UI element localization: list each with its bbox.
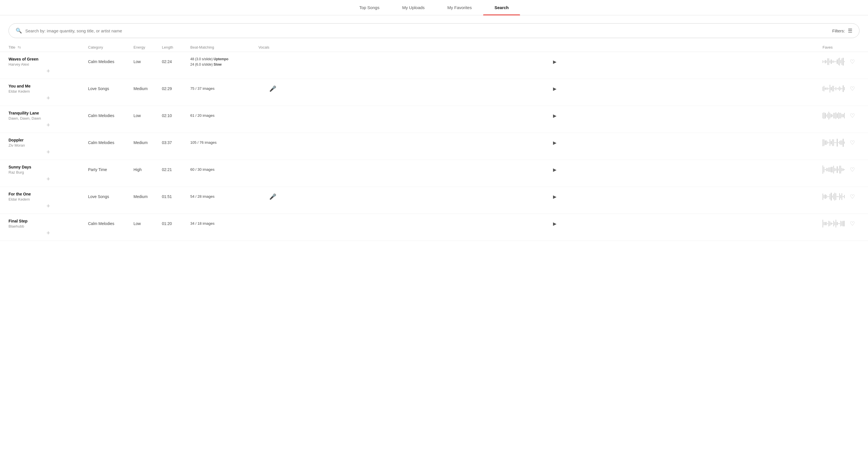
waveform[interactable]	[823, 191, 845, 202]
col-beat: 75 / 37 images	[190, 86, 258, 91]
table-header: Title ⇆ Category Energy Length Beat-Matc…	[0, 42, 868, 52]
search-input[interactable]	[25, 28, 832, 33]
add-button[interactable]: +	[46, 94, 50, 102]
filter-icon[interactable]: ☰	[848, 28, 852, 34]
col-category: Calm Melodies	[88, 221, 133, 226]
favorite-button[interactable]: ♡	[850, 139, 855, 146]
song-info: Doppler Ziv Moran	[8, 138, 88, 147]
waveform[interactable]	[823, 137, 845, 148]
col-add[interactable]: +	[8, 175, 88, 183]
col-waveform[interactable]	[823, 56, 845, 67]
col-waveform[interactable]	[823, 191, 845, 202]
col-waveform[interactable]	[823, 110, 845, 121]
col-header-beat: Beat-Matching	[190, 45, 258, 50]
play-button[interactable]: ▶	[550, 57, 560, 67]
col-fave[interactable]: ♡	[845, 112, 860, 119]
add-button[interactable]: +	[46, 148, 50, 156]
col-beat: 105 / 76 images	[190, 140, 258, 146]
add-button[interactable]: +	[46, 175, 50, 183]
song-artist: Ziv Moran	[8, 143, 88, 147]
play-button[interactable]: ▶	[550, 191, 560, 202]
song-artist: Blaehubb	[8, 224, 88, 229]
tab-my-favorites[interactable]: My Favorites	[436, 0, 483, 15]
col-header-energy: Energy	[133, 45, 162, 50]
col-category: Party Time	[88, 167, 133, 172]
waveform[interactable]	[823, 83, 845, 94]
col-length: 03:37	[162, 140, 190, 145]
col-length: 01:51	[162, 194, 190, 199]
col-beat: 48 (3.0 s/slide) Uptempo24 (6.0 s/slide)…	[190, 56, 258, 67]
play-button[interactable]: ▶	[550, 84, 560, 94]
col-play[interactable]: ▶	[287, 191, 823, 202]
table-row: Doppler Ziv Moran Calm Melodies Medium 0…	[0, 133, 868, 160]
song-title: Waves of Green	[8, 57, 88, 61]
col-waveform[interactable]	[823, 218, 845, 229]
col-header-faves: Faves	[823, 45, 845, 50]
col-header-category: Category	[88, 45, 133, 50]
col-energy: Low	[133, 113, 162, 118]
col-add[interactable]: +	[8, 67, 88, 75]
col-energy: High	[133, 167, 162, 172]
col-play[interactable]: ▶	[287, 218, 823, 229]
favorite-button[interactable]: ♡	[850, 166, 855, 173]
waveform[interactable]	[823, 164, 845, 175]
tab-search[interactable]: Search	[483, 0, 520, 15]
col-waveform[interactable]	[823, 83, 845, 94]
song-info: For the One Eldar Kedem	[8, 192, 88, 202]
song-title: For the One	[8, 192, 88, 196]
col-add[interactable]: +	[8, 121, 88, 129]
col-play[interactable]: ▶	[287, 57, 823, 67]
table-row: Waves of Green Harvey Alexi Calm Melodie…	[0, 52, 868, 79]
col-length: 01:20	[162, 221, 190, 226]
col-fave[interactable]: ♡	[845, 85, 860, 92]
col-energy: Low	[133, 59, 162, 64]
col-beat: 54 / 28 images	[190, 194, 258, 200]
play-button[interactable]: ▶	[550, 164, 560, 175]
play-button[interactable]: ▶	[550, 138, 560, 148]
col-category: Calm Melodies	[88, 140, 133, 145]
favorite-button[interactable]: ♡	[850, 193, 855, 200]
favorite-button[interactable]: ♡	[850, 58, 855, 65]
col-category: Love Songs	[88, 86, 133, 91]
col-vocals: 🎤	[258, 85, 287, 92]
col-category: Calm Melodies	[88, 113, 133, 118]
col-waveform[interactable]	[823, 164, 845, 175]
col-fave[interactable]: ♡	[845, 139, 860, 146]
col-fave[interactable]: ♡	[845, 193, 860, 200]
favorite-button[interactable]: ♡	[850, 220, 855, 227]
col-add[interactable]: +	[8, 202, 88, 210]
col-play[interactable]: ▶	[287, 164, 823, 175]
col-add[interactable]: +	[8, 94, 88, 102]
table-row: Final Step Blaehubb Calm Melodies Low 01…	[0, 214, 868, 241]
col-play[interactable]: ▶	[287, 84, 823, 94]
song-artist: Harvey Alexi	[8, 62, 88, 66]
col-length: 02:24	[162, 59, 190, 64]
waveform[interactable]	[823, 218, 845, 229]
table-row: For the One Eldar Kedem Love Songs Mediu…	[0, 187, 868, 214]
waveform[interactable]	[823, 110, 845, 121]
add-button[interactable]: +	[46, 229, 50, 237]
col-fave[interactable]: ♡	[845, 220, 860, 227]
col-add[interactable]: +	[8, 148, 88, 156]
add-button[interactable]: +	[46, 67, 50, 75]
favorite-button[interactable]: ♡	[850, 112, 855, 119]
shuffle-icon[interactable]: ⇆	[18, 45, 21, 50]
add-button[interactable]: +	[46, 121, 50, 129]
search-container: 🔍 Filters: ☰	[0, 16, 868, 42]
col-play[interactable]: ▶	[287, 111, 823, 121]
col-play[interactable]: ▶	[287, 138, 823, 148]
add-button[interactable]: +	[46, 202, 50, 210]
mic-icon: 🎤	[269, 85, 276, 92]
tab-top-songs[interactable]: Top Songs	[348, 0, 391, 15]
play-button[interactable]: ▶	[550, 218, 560, 229]
col-add[interactable]: +	[8, 229, 88, 237]
favorite-button[interactable]: ♡	[850, 85, 855, 92]
play-button[interactable]: ▶	[550, 111, 560, 121]
col-vocals: 🎤	[258, 193, 287, 200]
col-fave[interactable]: ♡	[845, 166, 860, 173]
tab-my-uploads[interactable]: My Uploads	[391, 0, 436, 15]
col-waveform[interactable]	[823, 137, 845, 148]
col-fave[interactable]: ♡	[845, 58, 860, 65]
song-info: Final Step Blaehubb	[8, 219, 88, 229]
waveform[interactable]	[823, 56, 845, 67]
